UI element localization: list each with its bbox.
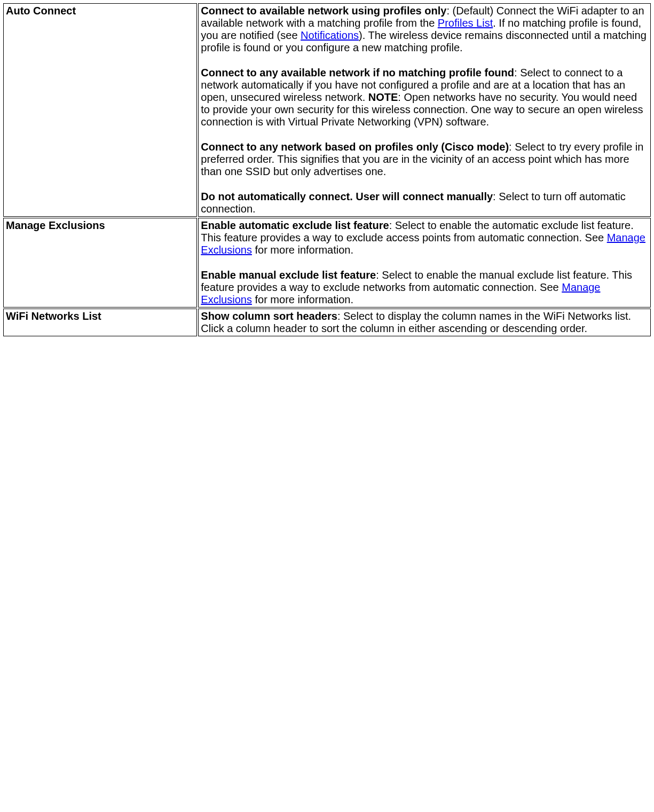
paragraph: Enable manual exclude list feature: Sele…: [201, 269, 648, 306]
row-header-wifi-networks: WiFi Networks List: [3, 309, 197, 336]
profiles-list-link[interactable]: Profiles List: [438, 17, 493, 29]
option-title: Do not automatically connect. User will …: [201, 191, 493, 202]
table-row: WiFi Networks List Show column sort head…: [3, 309, 651, 336]
table-row: Manage Exclusions Enable automatic exclu…: [3, 218, 651, 308]
paragraph: Connect to any network based on profiles…: [201, 141, 648, 178]
paragraph: Do not automatically connect. User will …: [201, 191, 648, 215]
option-title: Enable automatic exclude list feature: [201, 219, 389, 231]
table-row: Auto Connect Connect to available networ…: [3, 3, 651, 217]
row-content-manage-exclusions: Enable automatic exclude list feature: S…: [198, 218, 651, 308]
option-title: Show column sort headers: [201, 310, 337, 322]
note-label: NOTE: [368, 91, 398, 103]
text: for more information.: [252, 244, 353, 256]
option-title: Connect to available network using profi…: [201, 5, 446, 17]
paragraph: Enable automatic exclude list feature: S…: [201, 219, 648, 256]
paragraph: Show column sort headers: Select to disp…: [201, 310, 648, 335]
row-header-auto-connect: Auto Connect: [3, 3, 197, 217]
settings-table: Auto Connect Connect to available networ…: [2, 2, 652, 337]
row-content-auto-connect: Connect to available network using profi…: [198, 3, 651, 217]
option-title: Connect to any available network if no m…: [201, 67, 514, 78]
paragraph: Connect to any available network if no m…: [201, 67, 648, 128]
row-content-wifi-networks: Show column sort headers: Select to disp…: [198, 309, 651, 336]
option-title: Connect to any network based on profiles…: [201, 141, 509, 153]
text: for more information.: [252, 294, 353, 305]
paragraph: Connect to available network using profi…: [201, 5, 648, 54]
option-title: Enable manual exclude list feature: [201, 269, 376, 281]
row-header-manage-exclusions: Manage Exclusions: [3, 218, 197, 308]
notifications-link[interactable]: Notifications: [301, 29, 359, 41]
